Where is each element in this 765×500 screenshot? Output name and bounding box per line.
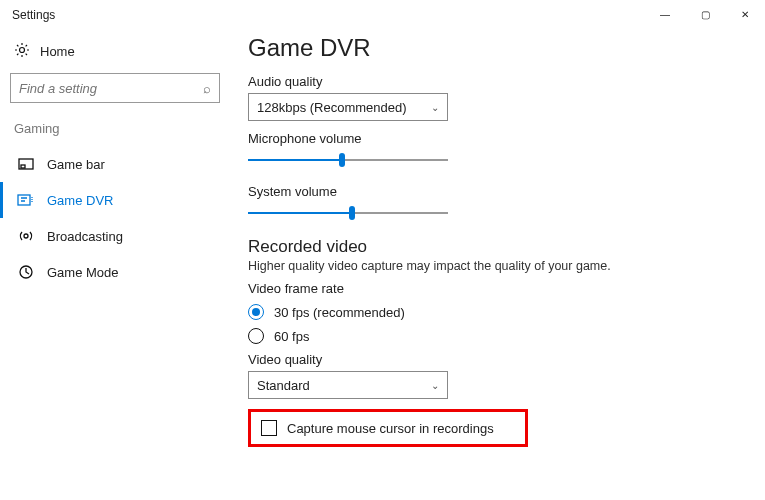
- radio-60fps[interactable]: 60 fps: [248, 328, 745, 344]
- sidebar-item-gamemode[interactable]: Game Mode: [0, 254, 230, 290]
- sidebar-item-label: Game DVR: [47, 193, 113, 208]
- radio-icon: [248, 328, 264, 344]
- video-quality-label: Video quality: [248, 352, 745, 367]
- capture-cursor-checkbox[interactable]: Capture mouse cursor in recordings: [261, 420, 515, 436]
- sys-volume-label: System volume: [248, 184, 745, 199]
- svg-rect-3: [18, 195, 30, 205]
- svg-point-4: [24, 234, 28, 238]
- gear-icon: [14, 42, 30, 61]
- mic-volume-label: Microphone volume: [248, 131, 745, 146]
- close-button[interactable]: ✕: [725, 0, 765, 28]
- checkbox-icon: [261, 420, 277, 436]
- recorded-desc: Higher quality video capture may impact …: [248, 259, 745, 273]
- sidebar-item-label: Game Mode: [47, 265, 119, 280]
- search-input[interactable]: [19, 81, 203, 96]
- checkbox-label: Capture mouse cursor in recordings: [287, 421, 494, 436]
- sidebar-item-gamebar[interactable]: Game bar: [0, 146, 230, 182]
- home-nav[interactable]: Home: [10, 36, 230, 67]
- radio-label: 30 fps (recommended): [274, 305, 405, 320]
- video-quality-dropdown[interactable]: Standard ⌄: [248, 371, 448, 399]
- dvr-icon: [17, 194, 35, 206]
- category-title: Gaming: [14, 121, 226, 136]
- recorded-heading: Recorded video: [248, 237, 745, 257]
- framerate-label: Video frame rate: [248, 281, 745, 296]
- highlighted-region: Capture mouse cursor in recordings: [248, 409, 528, 447]
- minimize-button[interactable]: —: [645, 0, 685, 28]
- gamemode-icon: [17, 265, 35, 279]
- chevron-down-icon: ⌄: [431, 102, 439, 113]
- sidebar-item-broadcasting[interactable]: Broadcasting: [0, 218, 230, 254]
- radio-icon: [248, 304, 264, 320]
- sidebar-item-gamedvr[interactable]: Game DVR: [0, 182, 230, 218]
- maximize-button[interactable]: ▢: [685, 0, 725, 28]
- svg-rect-2: [21, 165, 25, 168]
- page-title: Game DVR: [248, 34, 745, 62]
- broadcast-icon: [17, 229, 35, 243]
- radio-label: 60 fps: [274, 329, 309, 344]
- radio-30fps[interactable]: 30 fps (recommended): [248, 304, 745, 320]
- gamebar-icon: [17, 158, 35, 170]
- search-box[interactable]: ⌕: [10, 73, 220, 103]
- mic-volume-slider[interactable]: [248, 150, 448, 170]
- audio-quality-dropdown[interactable]: 128kbps (Recommended) ⌄: [248, 93, 448, 121]
- slider-thumb[interactable]: [339, 153, 345, 167]
- sidebar-item-label: Broadcasting: [47, 229, 123, 244]
- audio-quality-label: Audio quality: [248, 74, 745, 89]
- video-quality-value: Standard: [257, 378, 310, 393]
- window-title: Settings: [12, 8, 55, 22]
- search-icon: ⌕: [203, 81, 211, 96]
- chevron-down-icon: ⌄: [431, 380, 439, 391]
- home-label: Home: [40, 44, 75, 59]
- slider-thumb[interactable]: [349, 206, 355, 220]
- audio-quality-value: 128kbps (Recommended): [257, 100, 407, 115]
- sys-volume-slider[interactable]: [248, 203, 448, 223]
- svg-point-0: [20, 48, 25, 53]
- sidebar-item-label: Game bar: [47, 157, 105, 172]
